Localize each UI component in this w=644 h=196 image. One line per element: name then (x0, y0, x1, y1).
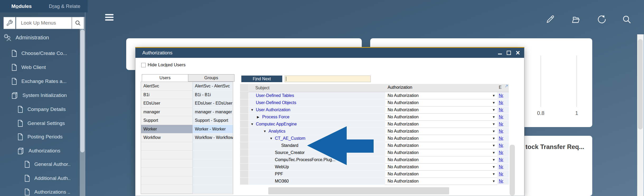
user-code-cell[interactable] (141, 151, 193, 159)
sidebar-item-posting-periods[interactable]: Posting Periods (17, 132, 63, 142)
tree-horizontal-scrollbar[interactable] (268, 187, 449, 194)
tree-row[interactable]: User-Defined TablesNo Authorization▼No (240, 92, 509, 99)
chevron-down-icon[interactable]: ▼ (492, 106, 495, 113)
user-row[interactable]: SupportSupport - Support (141, 116, 233, 125)
chevron-down-icon[interactable]: ▼ (492, 156, 495, 163)
hide-locked-users-checkbox[interactable] (141, 63, 146, 67)
tab-modules[interactable]: Modules (11, 0, 32, 12)
sidebar-scrollbar-thumb[interactable] (80, 30, 84, 152)
user-row[interactable]: EDsUserEDsUser - EDsUser (141, 99, 233, 108)
authorization-link[interactable]: No (499, 178, 503, 185)
user-name-cell[interactable]: manager - manager (193, 108, 233, 116)
user-name-cell[interactable]: EDsUser - EDsUser (193, 99, 233, 108)
authorization-dropdown[interactable]: No Authorization▼ (385, 114, 497, 121)
user-code-cell[interactable]: manager (141, 108, 193, 116)
sidebar-item-administration[interactable]: Administration (3, 32, 49, 43)
user-code-cell[interactable]: Worker (141, 125, 193, 134)
user-row[interactable]: WorkflowWorkflow - Workflow (141, 133, 233, 142)
user-row[interactable]: managermanager - manager (141, 108, 233, 116)
user-row-empty[interactable] (141, 159, 233, 168)
user-code-cell[interactable] (141, 168, 193, 176)
lookup-menus-input[interactable] (16, 17, 72, 29)
user-row[interactable]: WorkerWorker - Worker (141, 125, 233, 134)
tree-subject-cell[interactable]: MO360 (248, 178, 385, 185)
tree-subject-cell[interactable]: User-Defined Tables (248, 92, 385, 99)
collapse-arrow-icon[interactable]: ▼ (251, 108, 256, 112)
user-name-cell[interactable] (193, 185, 233, 194)
collapse-arrow-icon[interactable]: ▼ (251, 122, 256, 126)
tree-subject-cell[interactable]: User-Defined Objects (248, 99, 385, 106)
authorization-dropdown[interactable]: No Authorization▼ (385, 142, 497, 149)
sidebar-item-system-initialization[interactable]: System Initialization (11, 90, 67, 101)
authorization-dropdown[interactable]: No Authorization▼ (385, 156, 497, 164)
wrench-button[interactable] (3, 17, 16, 29)
authorization-link[interactable]: No (499, 92, 503, 99)
authorization-dropdown[interactable]: No Authorization▼ (385, 178, 497, 185)
tree-row[interactable]: User-Defined ObjectsNo Authorization▼No (240, 99, 509, 106)
user-code-cell[interactable] (141, 159, 193, 168)
authorization-link[interactable]: No (499, 99, 503, 106)
tree-row[interactable]: MO360No Authorization▼No (240, 178, 509, 185)
chevron-down-icon[interactable]: ▼ (492, 114, 495, 120)
tree-subject-cell[interactable]: ▶Process Force (248, 114, 385, 121)
chevron-down-icon[interactable]: ▼ (492, 99, 495, 106)
chevron-down-icon[interactable]: ▼ (492, 128, 495, 135)
user-name-cell[interactable]: B1i - B1i (193, 91, 233, 99)
authorization-dropdown[interactable]: No Authorization▼ (385, 171, 497, 178)
sidebar-item-web-client[interactable]: Web Client (11, 62, 46, 73)
authorization-link[interactable]: No (499, 106, 503, 113)
user-name-cell[interactable] (193, 142, 233, 151)
sidebar-item-general-settings[interactable]: General Settings (17, 118, 65, 129)
sidebar-item-authorizations[interactable]: Authorizations (17, 146, 60, 156)
user-name-cell[interactable]: AlertSvc - AlertSvc (193, 82, 233, 91)
authorization-link[interactable]: No (499, 135, 503, 142)
user-row[interactable]: B1iB1i - B1i (141, 91, 233, 99)
user-row-empty[interactable] (141, 168, 233, 176)
sidebar-item-company-details[interactable]: Company Details (17, 104, 66, 115)
user-code-cell[interactable] (141, 185, 193, 194)
authorization-link[interactable]: No (499, 128, 503, 135)
search-icon[interactable] (622, 15, 632, 24)
authorization-dropdown[interactable]: No Authorization▼ (385, 164, 497, 171)
chevron-down-icon[interactable]: ▼ (492, 178, 495, 185)
hamburger-menu-icon[interactable] (105, 14, 114, 21)
user-row[interactable]: AlertSvcAlertSvc - AlertSvc (141, 82, 233, 91)
sidebar-item-choose-create-co[interactable]: Choose/Create Co... (11, 48, 67, 59)
tree-row[interactable]: PPFNo Authorization▼No (240, 171, 509, 178)
page-scrollbar-thumb[interactable] (638, 39, 643, 129)
chevron-down-icon[interactable]: ▼ (492, 135, 495, 142)
tree-row[interactable]: ▼User AuthorizationNo Authorization▼No (240, 106, 509, 114)
refresh-icon[interactable] (596, 15, 606, 24)
authorization-dropdown[interactable]: No Authorization▼ (385, 149, 497, 156)
tree-vertical-scrollbar[interactable] (510, 145, 515, 195)
user-code-cell[interactable] (141, 176, 193, 185)
maximize-icon[interactable] (507, 51, 511, 55)
tab-users[interactable]: Users (142, 74, 188, 82)
authorization-dropdown[interactable]: No Authorization▼ (385, 92, 497, 99)
authorization-link[interactable]: No (499, 149, 503, 156)
sidebar-item-authorizations[interactable]: Authorizations .. (24, 187, 70, 196)
user-code-cell[interactable]: Support (141, 116, 193, 125)
authorization-link[interactable]: No (499, 121, 503, 128)
authorization-dropdown[interactable]: No Authorization▼ (385, 135, 497, 142)
user-code-cell[interactable]: AlertSvc (141, 82, 193, 91)
open-folder-icon[interactable] (571, 15, 580, 24)
user-code-cell[interactable]: B1i (141, 91, 193, 99)
minimize-icon[interactable] (498, 54, 502, 54)
edit-pencil-icon[interactable] (546, 15, 555, 24)
expand-arrow-icon[interactable]: ▶ (257, 115, 262, 119)
user-code-cell[interactable]: Workflow (141, 133, 193, 142)
chevron-down-icon[interactable]: ▼ (492, 149, 495, 156)
user-code-cell[interactable]: EDsUser (141, 99, 193, 108)
user-row-empty[interactable] (141, 151, 233, 159)
chevron-down-icon[interactable]: ▼ (492, 121, 495, 128)
authorization-dropdown[interactable]: No Authorization▼ (385, 128, 497, 135)
collapse-arrow-icon[interactable]: ▼ (263, 129, 269, 133)
sidebar-item-exchange-rates-a[interactable]: Exchange Rates a... (11, 76, 67, 87)
tab-groups[interactable]: Groups (188, 74, 234, 82)
authorization-link[interactable]: No (499, 156, 503, 163)
dialog-titlebar[interactable]: Authorizations × (135, 48, 524, 58)
authorization-link[interactable]: No (499, 171, 503, 178)
chevron-down-icon[interactable]: ▼ (492, 142, 495, 149)
user-name-cell[interactable] (193, 176, 233, 185)
